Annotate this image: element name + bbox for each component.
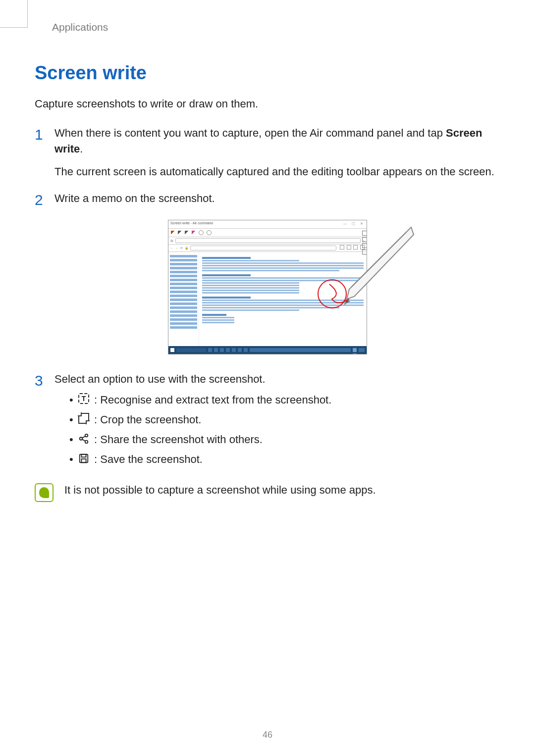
step-3-text: Select an option to use with the screens… bbox=[54, 373, 266, 385]
step-2-number: 2 bbox=[35, 191, 54, 208]
corner-rule bbox=[0, 0, 28, 28]
bullet-4-text: : Save the screenshot. bbox=[94, 453, 203, 465]
bullet-save: : Save the screenshot. bbox=[69, 452, 500, 467]
svg-point-2 bbox=[85, 434, 88, 437]
crop-icon bbox=[78, 413, 89, 424]
bullet-share: : Share the screenshot with others. bbox=[69, 432, 500, 448]
toolbar-spacer bbox=[214, 231, 357, 235]
step-1-body: When there is content you want to captur… bbox=[54, 125, 500, 180]
step-1-text-a: When there is content you want to captur… bbox=[54, 127, 446, 139]
star-icon bbox=[340, 245, 344, 250]
step-2-text: Write a memo on the screenshot. bbox=[54, 192, 215, 204]
tray-icons bbox=[353, 348, 357, 352]
pen-icon bbox=[171, 231, 175, 235]
mock-toolbar bbox=[168, 229, 367, 237]
step-2-body: Write a memo on the screenshot. bbox=[54, 191, 500, 206]
eraser-icon bbox=[192, 231, 196, 235]
mock-titlebar: Screen write - Air command — ▢ ✕ bbox=[168, 220, 367, 229]
step-1-sub: The current screen is automatically capt… bbox=[54, 164, 500, 180]
mock-sidebar bbox=[168, 252, 199, 350]
addr-right-icons bbox=[338, 245, 365, 251]
note-row: It is not possible to capture a screensh… bbox=[35, 482, 500, 502]
flag-icon bbox=[347, 245, 351, 250]
svg-rect-7 bbox=[81, 454, 86, 457]
bullet-2-text: : Crop the screenshot. bbox=[94, 413, 201, 426]
share-icon bbox=[78, 433, 89, 444]
mock-window: Screen write - Air command — ▢ ✕ bbox=[168, 220, 367, 354]
step-1: 1 When there is content you want to capt… bbox=[35, 125, 500, 180]
taskbar-clock bbox=[359, 348, 365, 352]
screenshot-figure: Screen write - Air command — ▢ ✕ bbox=[35, 220, 500, 354]
page-number: 46 bbox=[0, 728, 535, 741]
text-recognise-icon: T bbox=[78, 393, 89, 404]
svg-line-5 bbox=[82, 439, 85, 441]
step-3-body: Select an option to use with the screens… bbox=[54, 371, 500, 471]
page-title: Screen write bbox=[35, 59, 500, 87]
step-3-bullets: T : Recognise and extract text from the … bbox=[54, 392, 500, 467]
svg-rect-8 bbox=[81, 459, 86, 462]
mock-main bbox=[199, 252, 367, 350]
save-icon bbox=[78, 453, 89, 463]
newtab-icon: + bbox=[363, 239, 365, 243]
note-text: It is not possible to capture a screensh… bbox=[64, 482, 376, 498]
mock-title: Screen write - Air command bbox=[170, 221, 213, 225]
step-1-period: . bbox=[80, 143, 83, 155]
mock-addressbar: ← → ⟳ 🔒 bbox=[168, 245, 367, 252]
step-2: 2 Write a memo on the screenshot. bbox=[35, 191, 500, 208]
bullet-1-text: : Recognise and extract text from the sc… bbox=[94, 394, 331, 406]
note-icon bbox=[35, 483, 54, 502]
bullet-text-recognise: T : Recognise and extract text from the … bbox=[69, 392, 500, 408]
bullet-3-text: : Share the screenshot with others. bbox=[94, 433, 263, 446]
tab-icon: ▥ bbox=[170, 239, 173, 243]
start-icon bbox=[170, 348, 174, 352]
section-header: Applications bbox=[52, 20, 500, 35]
svg-point-3 bbox=[85, 440, 88, 443]
mock-window-buttons: — ▢ ✕ bbox=[343, 221, 365, 226]
step-3: 3 Select an option to use with the scree… bbox=[35, 371, 500, 471]
red-ink-circle bbox=[318, 279, 347, 308]
user-icon bbox=[360, 245, 365, 250]
step-3-number: 3 bbox=[35, 371, 54, 389]
reload-icon: ⟳ bbox=[180, 246, 183, 251]
intro-text: Capture screenshots to write or draw on … bbox=[35, 96, 500, 112]
mock-tabbar: ▥ + bbox=[168, 237, 367, 245]
pen2-icon bbox=[178, 231, 182, 235]
step-1-number: 1 bbox=[35, 125, 54, 143]
bullet-crop: : Crop the screenshot. bbox=[69, 412, 500, 428]
search-icon bbox=[176, 348, 206, 352]
lock-icon: 🔒 bbox=[185, 246, 188, 251]
url-bar bbox=[190, 246, 336, 251]
redo-icon bbox=[207, 230, 212, 235]
undo-icon bbox=[199, 230, 204, 235]
toolbar-end-icons bbox=[360, 231, 364, 235]
highlighter-icon bbox=[185, 231, 189, 235]
fwd-icon: → bbox=[175, 246, 178, 251]
mock-body bbox=[168, 252, 367, 350]
page: Applications Screen write Capture screen… bbox=[0, 0, 535, 756]
back-icon: ← bbox=[170, 246, 173, 251]
ext-icon bbox=[353, 245, 358, 250]
mock-taskbar bbox=[168, 346, 367, 354]
svg-point-1 bbox=[80, 437, 83, 440]
text-recog-icon bbox=[362, 231, 367, 236]
tab-title-bar bbox=[175, 238, 361, 243]
svg-line-4 bbox=[82, 436, 85, 438]
